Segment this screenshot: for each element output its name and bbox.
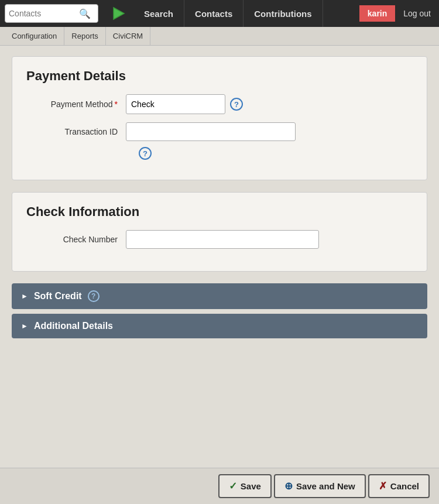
transaction-id-input[interactable] [126, 122, 296, 141]
save-new-label: Save and New [296, 481, 355, 491]
soft-credit-triangle: ► [21, 292, 28, 300]
main-content: Payment Details Payment Method* Check ? … [0, 46, 439, 395]
additional-details-label: Additional Details [34, 321, 113, 331]
check-information-card: Check Information Check Number [12, 192, 427, 272]
check-information-title: Check Information [26, 204, 413, 220]
nav-logout[interactable]: Log out [395, 9, 439, 18]
soft-credit-section[interactable]: ► Soft Credit ? [12, 283, 427, 309]
sec-nav-civicrm[interactable]: CiviCRM [106, 27, 150, 45]
payment-method-help-icon[interactable]: ? [230, 98, 243, 111]
nav-contributions[interactable]: Contributions [243, 0, 323, 27]
sec-nav-reports[interactable]: Reports [64, 27, 106, 45]
nav-links: Search Contacts Contributions [133, 0, 323, 27]
nav-contacts[interactable]: Contacts [184, 0, 243, 27]
payment-method-label: Payment Method* [26, 100, 126, 109]
transaction-id-row: Transaction ID [26, 122, 413, 141]
cancel-label: Cancel [390, 481, 419, 491]
payment-details-title: Payment Details [26, 68, 413, 84]
secondary-nav: Configuration Reports CiviCRM [0, 27, 439, 46]
top-nav: 🔍 Search Contacts Contributions karin Lo… [0, 0, 439, 27]
search-icon[interactable]: 🔍 [79, 8, 91, 19]
additional-details-triangle: ► [21, 322, 28, 330]
search-input[interactable] [9, 9, 79, 18]
soft-credit-label: Soft Credit [34, 291, 82, 301]
transaction-id-label: Transaction ID [26, 127, 126, 136]
transaction-id-help-row: ? [26, 147, 413, 160]
payment-method-select[interactable]: Check [126, 94, 225, 114]
soft-credit-help-icon[interactable]: ? [88, 290, 100, 302]
footer-bar: ✓ Save ⊕ Save and New ✗ Cancel [0, 468, 439, 504]
check-number-row: Check Number [26, 230, 413, 249]
cancel-button[interactable]: ✗ Cancel [368, 474, 430, 498]
check-number-input[interactable] [126, 230, 319, 249]
save-label: Save [241, 481, 261, 491]
payment-details-card: Payment Details Payment Method* Check ? … [12, 56, 427, 180]
transaction-id-help-icon[interactable]: ? [139, 147, 152, 160]
payment-method-row: Payment Method* Check ? [26, 94, 413, 114]
play-icon[interactable] [103, 0, 133, 27]
save-new-icon: ⊕ [284, 480, 293, 492]
nav-right: karin Log out [359, 0, 439, 27]
additional-details-section[interactable]: ► Additional Details [12, 314, 427, 338]
svg-marker-0 [114, 8, 124, 19]
save-icon: ✓ [229, 480, 237, 492]
nav-user[interactable]: karin [359, 5, 395, 22]
sec-nav-configuration[interactable]: Configuration [5, 27, 64, 45]
save-button[interactable]: ✓ Save [218, 474, 272, 498]
save-and-new-button[interactable]: ⊕ Save and New [274, 474, 366, 498]
check-number-label: Check Number [26, 235, 126, 244]
nav-search[interactable]: Search [133, 0, 184, 27]
cancel-icon: ✗ [379, 480, 387, 492]
search-box[interactable]: 🔍 [5, 4, 98, 23]
